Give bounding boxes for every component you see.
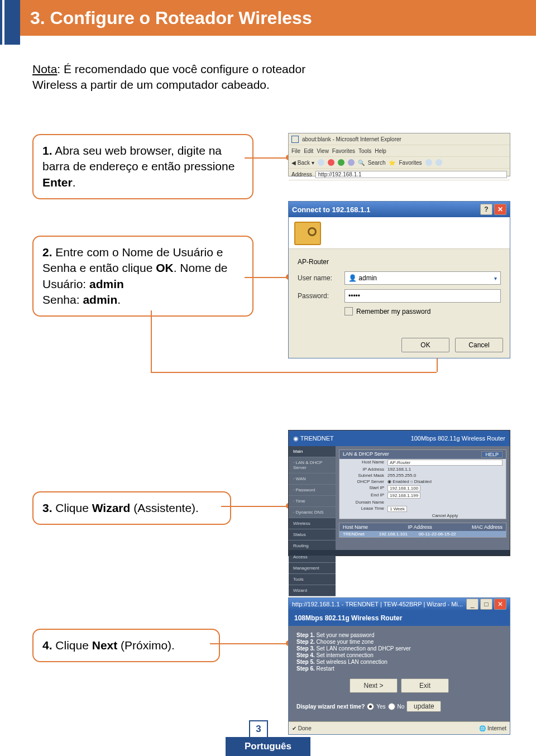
language-badge: Português — [226, 737, 310, 756]
user-icon: 👤 — [348, 274, 357, 282]
password-input[interactable]: ••••• — [344, 289, 501, 303]
help-button[interactable]: ? — [480, 204, 492, 215]
ok-button[interactable]: OK — [401, 338, 449, 352]
username-label: User name: — [298, 274, 344, 282]
internet-icon: 🌐 — [479, 725, 486, 731]
refresh-icon — [338, 159, 344, 166]
wizard-title: http://192.168.1.1 - TRENDNET | TEW-452B… — [292, 601, 463, 607]
connector-2 — [245, 277, 288, 278]
ie-toolbar: ◀ Back ▾ 🔍Search ⭐Favorites — [289, 157, 510, 169]
connector-2-h — [151, 372, 437, 373]
min-button[interactable]: _ — [466, 599, 478, 610]
stop-icon — [328, 159, 334, 166]
media-icon — [425, 159, 432, 166]
step-3-callout: 3. Clique Wizard (Assistente). — [32, 491, 231, 525]
connector-4 — [210, 643, 288, 644]
page-title: 3. Configure o Roteador Wireless — [30, 8, 312, 28]
router-admin-screenshot: ◉ TRENDNET 100Mbps 802.11g Wireless Rout… — [288, 430, 510, 556]
max-button[interactable]: □ — [480, 599, 492, 610]
update-button[interactable]: update — [406, 701, 441, 712]
wizard-screenshot: http://192.168.1.1 - TRENDNET | TEW-452B… — [288, 597, 510, 735]
step-1-callout: 1. Abra seu web browser, digite na barra… — [32, 134, 253, 199]
display-wizard-question: Display wizard next time? Yes No update — [296, 701, 502, 712]
forward-icon — [318, 159, 324, 166]
close-button[interactable]: ✕ — [494, 599, 506, 610]
wizard-banner: 108Mbps 802.11g Wireless Router — [289, 610, 510, 626]
remember-label: Remember my password — [356, 308, 430, 315]
step-2-callout: 2. Entre com o Nome de Usuário e Senha e… — [32, 236, 253, 317]
keys-icon — [294, 222, 321, 245]
header-notch — [0, 0, 20, 45]
connector-1 — [245, 157, 288, 159]
footer: 3 Português — [0, 731, 536, 756]
connector-3 — [221, 506, 288, 507]
close-button[interactable]: ✕ — [494, 204, 506, 215]
cancel-button[interactable]: Cancel — [455, 338, 503, 352]
wizard-steps-list: Step 1. Set your new password Step 2. Ch… — [296, 632, 502, 672]
password-label: Password: — [298, 292, 344, 300]
ie-page-icon — [291, 136, 299, 143]
next-button[interactable]: Next > — [350, 678, 398, 693]
ie-screenshot: about:blank - Microsoft Internet Explore… — [288, 133, 510, 176]
connector-2-v — [151, 310, 152, 372]
router-sidebar: Main · LAN & DHCP Server· WAN· Password·… — [289, 446, 336, 550]
ie-menubar: FileEditViewFavoritesToolsHelp — [289, 145, 510, 157]
note-label: Nota — [32, 63, 57, 75]
step-4-callout: 4. Clique Next (Próximo). — [32, 629, 220, 662]
chevron-down-icon: ▾ — [494, 275, 497, 281]
remember-checkbox[interactable] — [344, 307, 353, 315]
home-icon — [348, 159, 355, 166]
note-text: Nota: É recomendado que você configure o… — [32, 61, 334, 93]
page-number: 3 — [249, 720, 268, 737]
address-input[interactable]: http://192.168.1.1 — [315, 171, 507, 178]
radio-yes[interactable] — [367, 703, 374, 710]
brand-logo: ◉ TRENDNET — [293, 435, 334, 442]
mail-icon — [436, 159, 442, 166]
username-input[interactable]: 👤 admin ▾ — [344, 271, 501, 285]
ie-title: about:blank - Microsoft Internet Explore… — [302, 136, 401, 142]
help-button[interactable]: HELP — [481, 451, 502, 458]
radio-no[interactable] — [388, 703, 395, 710]
done-icon: ✔ — [292, 725, 296, 731]
dialog-titlebar: Connect to 192.168.1.1 ? ✕ — [289, 202, 510, 217]
login-dialog: Connect to 192.168.1.1 ? ✕ AP-Router Use… — [288, 201, 510, 358]
ie-address-bar: Address http://192.168.1.1 — [289, 169, 510, 180]
sidebar-item-wizard[interactable]: Wizard — [289, 585, 336, 596]
exit-button[interactable]: Exit — [401, 678, 449, 693]
router-model: 100Mbps 802.11g Wireless Router — [411, 435, 505, 442]
realm-label: AP-Router — [298, 258, 501, 266]
